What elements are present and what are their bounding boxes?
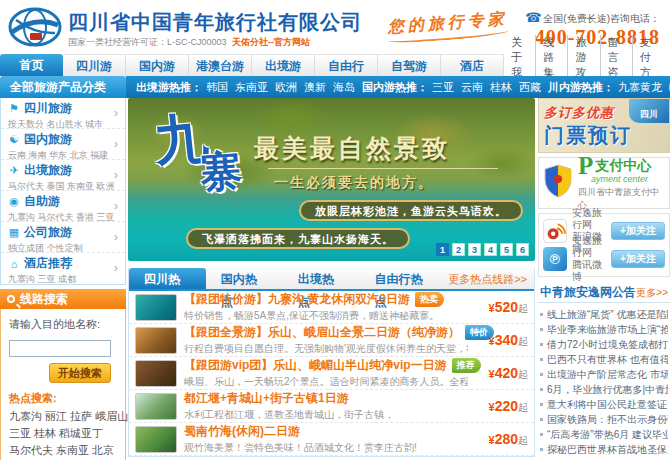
bullet-dot-icon bbox=[540, 418, 543, 421]
tab-freetravel-hot[interactable]: 自由行热点 bbox=[360, 268, 449, 289]
notice-more-link[interactable]: 更多>> bbox=[636, 286, 668, 300]
list-item[interactable]: 出境游中产阶层常态化 市场需要 bbox=[540, 367, 668, 382]
license-text: 国家一类社经营许可证：L-SC-CJ00003 bbox=[68, 37, 227, 47]
hot-link[interactable]: 三亚 bbox=[432, 80, 454, 95]
tab-outbound-hot[interactable]: 出境热点 bbox=[283, 268, 360, 289]
notice-board-title: 中青旅安逸网公告 bbox=[540, 284, 636, 301]
content-columns: ⚑ 四川旅游 按天数分 名山胜水 城市 ☯ 国内旅游 云南 海南 华东 北京 福… bbox=[0, 98, 670, 460]
chevron-right-icon bbox=[114, 229, 118, 244]
banner-page-button[interactable]: 1 bbox=[436, 243, 449, 256]
list-item[interactable]: 6月，毕业旅行优惠多|中青旅 bbox=[540, 382, 668, 397]
hot-search-label: 热点搜索: bbox=[9, 391, 117, 406]
category-panel-title: 全部旅游产品分类 bbox=[0, 76, 126, 98]
tab-domestic-hot[interactable]: 国内热点 bbox=[206, 268, 283, 289]
nav-tab-hkmotw[interactable]: 港澳台游 bbox=[189, 54, 252, 76]
tour-price: ¥280起 bbox=[468, 430, 528, 448]
list-item[interactable]: 意大利将中国公民赴意签证办理时 bbox=[540, 397, 668, 412]
nav-tab-domestic[interactable]: 国内游 bbox=[126, 54, 189, 76]
domestic-category-icon: ☯ bbox=[8, 133, 20, 146]
hot-search-links[interactable]: 马尔代夫 东南亚 北京 bbox=[9, 442, 117, 459]
banner-page-button[interactable]: 3 bbox=[468, 243, 481, 256]
category-item-hotel[interactable]: ⌂ 酒店推荐 九寨沟 三亚 成都 bbox=[1, 253, 125, 284]
category-item-sichuan[interactable]: ⚑ 四川旅游 按天数分 名山胜水 城市 bbox=[1, 98, 125, 129]
destination-input[interactable] bbox=[9, 340, 111, 357]
category-item-outbound[interactable]: ✈ 出境旅游 马尔代夫 泰国 东南亚 欧洲 bbox=[1, 160, 125, 191]
right-sidebar: 多订多优惠 门票预订 四川 P 支付中心 ayme bbox=[538, 98, 670, 460]
banner-page-button[interactable]: 2 bbox=[452, 243, 465, 256]
payment-center-panel[interactable]: P 支付中心 ayment center 四川省中青旅支付中心 bbox=[538, 157, 670, 209]
hot-search-links[interactable]: 三亚 桂林 稻城亚丁 bbox=[9, 425, 117, 442]
ticket-booking-banner[interactable]: 多订多优惠 门票预订 四川 bbox=[538, 98, 670, 153]
list-item[interactable]: 探秘巴西世界杯首战地圣保罗 体 bbox=[540, 442, 668, 457]
payment-center-subtitle: ayment center bbox=[591, 174, 667, 184]
tour-thumbnail[interactable] bbox=[135, 426, 177, 453]
tour-title-link[interactable]: 都江堰+青城山+街子古镇1日游 bbox=[184, 390, 349, 407]
nav-tab-sichuan[interactable]: 四川游 bbox=[63, 54, 126, 76]
plane-icon: ✈ bbox=[8, 164, 20, 177]
tour-description: 观竹海美景！尝特色美味！品酒城文化！赏李庄古韵! bbox=[184, 441, 468, 455]
hot-link[interactable]: 云南 bbox=[461, 80, 483, 95]
tour-thumbnail[interactable] bbox=[135, 360, 177, 387]
hot-link[interactable]: 澳新 bbox=[304, 80, 326, 95]
table-row[interactable]: 【跟团游vip团】乐山、峨嵋山半山纯净vip一日游 推荐 峨眉、乐山，一天畅玩2… bbox=[129, 357, 534, 390]
tour-description: 水利工程都江堰，道教圣地青城山，街子古镇， bbox=[184, 408, 468, 422]
tour-title-link[interactable]: 【跟团游vip团】乐山、峨嵋山半山纯净vip一日游 bbox=[184, 357, 447, 374]
hot-link[interactable]: 欧洲 bbox=[275, 80, 297, 95]
tour-thumbnail[interactable] bbox=[135, 393, 177, 420]
table-row[interactable]: 【跟团特价游】九寨沟.黄龙休闲双汽3日游 热卖 特价销售，畅游5A景点,保证不强… bbox=[129, 291, 534, 324]
bullet-dot-icon bbox=[540, 448, 543, 451]
banner-page-button[interactable]: 6 bbox=[516, 243, 529, 256]
company-logo-icon[interactable] bbox=[8, 6, 62, 52]
hot-link[interactable]: 桂林 bbox=[490, 80, 512, 95]
tab-sichuan-hot[interactable]: 四川热点 bbox=[129, 268, 206, 289]
follow-button[interactable]: +加关注 bbox=[611, 222, 665, 240]
category-item-company[interactable]: ▦ 公司旅游 独立成团 个性定制 bbox=[1, 222, 125, 253]
nav-tab-hotel[interactable]: 酒店 bbox=[441, 54, 504, 76]
search-icon bbox=[7, 295, 15, 303]
list-item[interactable]: 线上旅游“尾货” 优惠还是陷阱 bbox=[540, 307, 668, 322]
list-item[interactable]: 借力72小时过境免签成都打造知 bbox=[540, 337, 668, 352]
hot-link[interactable]: 东南亚 bbox=[235, 80, 268, 95]
table-row[interactable]: 【跟团全景游】乐山、峨眉山全景二日游（纯净游） 特价 行程自费项目自愿自理。无强… bbox=[129, 324, 534, 357]
tour-title-link[interactable]: 【跟团特价游】九寨沟.黄龙休闲双汽3日游 bbox=[184, 291, 410, 308]
route-search-panel: 请输入目的地名称: 开始搜索 热点搜索: 九寨沟 丽江 拉萨 峨眉山 三亚 桂林… bbox=[0, 309, 126, 460]
banner-page-button[interactable]: 4 bbox=[484, 243, 497, 256]
category-item-selfhelp[interactable]: ◉ 自助游 九寨沟 马尔代夫 香港 三亚 bbox=[1, 191, 125, 222]
table-row[interactable]: 都江堰+青城山+街子古镇1日游 水利工程都江堰，道教圣地青城山，街子古镇， ¥2… bbox=[129, 390, 534, 423]
category-item-domestic[interactable]: ☯ 国内旅游 云南 海南 华东 北京 福建 bbox=[1, 129, 125, 160]
sichuan-hot-label: 川内游热推： bbox=[548, 80, 614, 95]
hot-link[interactable]: 西藏 bbox=[519, 80, 541, 95]
list-item[interactable]: 毕业季来临旅游市场上演“抢客” bbox=[540, 322, 668, 337]
slogan-block: 您的旅行专家 bbox=[387, 8, 509, 43]
hero-banner[interactable]: 九 寨 最美最自然景致 一生必须要去的地方。 放眼层林彩池涟，鱼游云头鸟语欢。 … bbox=[128, 98, 535, 261]
tour-description: 特价销售，畅游5A景点,保证不强制消费，赠送神秘藏寨。 bbox=[184, 309, 468, 323]
tour-thumbnail[interactable] bbox=[135, 294, 177, 321]
hot-link[interactable]: 九寨黄龙 bbox=[618, 80, 662, 95]
nav-tab-selfdrive[interactable]: 自驾游 bbox=[378, 54, 441, 76]
hot-link[interactable]: 韩国 bbox=[206, 80, 228, 95]
hot-search-links[interactable]: 九寨沟 丽江 拉萨 峨眉山 bbox=[9, 408, 117, 425]
nav-tab-outbound[interactable]: 出境游 bbox=[252, 54, 315, 76]
list-item[interactable]: 国家铁路局：拒不出示身份证将被 bbox=[540, 412, 668, 427]
hot-sale-badge: 热卖 bbox=[415, 292, 444, 307]
bullet-dot-icon bbox=[540, 433, 543, 436]
chevron-right-icon bbox=[114, 167, 118, 182]
tour-title-link[interactable]: 蜀南竹海(休闲)二日游 bbox=[184, 423, 300, 440]
category-panel: ⚑ 四川旅游 按天数分 名山胜水 城市 ☯ 国内旅游 云南 海南 华东 北京 福… bbox=[0, 98, 126, 285]
follow-button[interactable]: +加关注 bbox=[611, 250, 665, 268]
nav-tab-freetravel[interactable]: 自由行 bbox=[315, 54, 378, 76]
hot-link[interactable]: 海岛 bbox=[333, 80, 355, 95]
list-item[interactable]: 巴西不只有世界杯 也有值得去旅 bbox=[540, 352, 668, 367]
tour-thumbnail[interactable] bbox=[135, 327, 177, 354]
more-hot-routes-link[interactable]: 更多热点线路>> bbox=[448, 268, 534, 289]
nav-tab-home[interactable]: 首页 bbox=[0, 54, 63, 76]
tour-title-link[interactable]: 【跟团全景游】乐山、峨眉山全景二日游（纯净游） bbox=[184, 324, 460, 341]
start-search-button[interactable]: 开始搜索 bbox=[49, 363, 111, 383]
table-row[interactable]: 蜀南竹海(休闲)二日游 观竹海美景！尝特色美味！品酒城文化！赏李庄古韵! ¥28… bbox=[129, 423, 534, 456]
list-item[interactable]: “后高考游”带热6月 建议毕业 bbox=[540, 427, 668, 442]
banner-page-button[interactable]: 5 bbox=[500, 243, 513, 256]
weibo-follow-panel: 安逸旅行网 新浪微博 +加关注 ℗ 安逸旅行网 腾讯微博 +加关注 bbox=[538, 213, 670, 277]
ticket-booking-title: 门票预订 bbox=[544, 122, 669, 149]
bullet-dot-icon bbox=[540, 358, 543, 361]
camera-icon: ◉ bbox=[8, 195, 20, 208]
